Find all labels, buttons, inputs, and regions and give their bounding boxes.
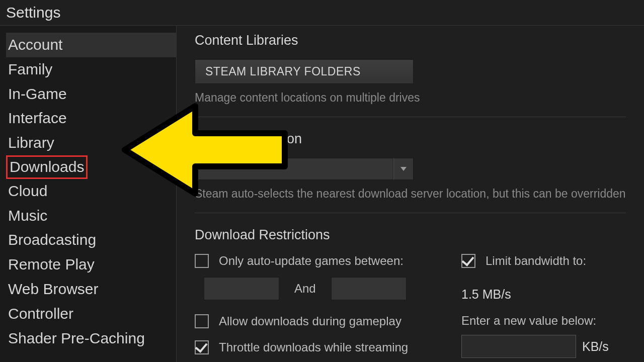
allow-gameplay-checkbox[interactable] — [195, 314, 209, 328]
divider — [195, 213, 626, 213]
bandwidth-value-input[interactable] — [461, 335, 576, 358]
chevron-down-icon[interactable] — [393, 158, 414, 180]
steam-library-folders-button[interactable]: STEAM LIBRARY FOLDERS — [195, 59, 414, 84]
sidebar-item-downloads[interactable]: Downloads — [6, 155, 88, 179]
bandwidth-unit-label: KB/s — [582, 339, 609, 354]
allow-gameplay-label: Allow downloads during gameplay — [219, 314, 401, 328]
sidebar-item-interface[interactable]: Interface — [6, 106, 176, 131]
auto-update-checkbox[interactable] — [195, 254, 209, 268]
sidebar-item-cloud[interactable]: Cloud — [6, 179, 176, 204]
throttle-streaming-label: Throttle downloads while streaming — [219, 340, 408, 354]
limit-bandwidth-label: Limit bandwidth to: — [486, 254, 586, 268]
sidebar-item-controller[interactable]: Controller — [6, 302, 176, 326]
time-from-input[interactable] — [204, 277, 279, 300]
throttle-streaming-checkbox[interactable] — [195, 340, 209, 354]
time-range-row: And — [204, 277, 431, 300]
sidebar-item-music[interactable]: Music — [6, 204, 176, 228]
sidebar-item-account[interactable]: Account — [6, 33, 176, 57]
limit-bandwidth-checkbox[interactable] — [461, 254, 475, 268]
download-restrictions-title: Download Restrictions — [195, 227, 626, 243]
time-to-input[interactable] — [331, 277, 407, 300]
new-value-row: KB/s — [461, 335, 626, 358]
download-restrictions-body: Only auto-update games between: And Allo… — [195, 254, 626, 362]
sidebar-item-library[interactable]: Library — [6, 131, 176, 155]
restrictions-right-column: Limit bandwidth to: 1.5 MB/s Enter a new… — [461, 254, 626, 362]
new-value-hint: Enter a new value below: — [461, 314, 626, 328]
auto-update-label: Only auto-update games between: — [219, 254, 404, 268]
download-region-hint: Steam auto-selects the nearest download … — [195, 187, 626, 201]
sidebar-item-family[interactable]: Family — [6, 57, 176, 82]
content-area: Account Family In-Game Interface Library… — [0, 26, 644, 362]
sidebar-item-remote-play[interactable]: Remote Play — [6, 252, 176, 277]
restrictions-left-column: Only auto-update games between: And Allo… — [195, 254, 431, 362]
sidebar-item-web-browser[interactable]: Web Browser — [6, 277, 176, 302]
sidebar-item-in-game[interactable]: In-Game — [6, 82, 176, 107]
throttle-streaming-row: Throttle downloads while streaming — [195, 340, 431, 354]
download-region-dropdown[interactable] — [195, 158, 414, 180]
allow-gameplay-row: Allow downloads during gameplay — [195, 314, 431, 328]
divider — [195, 117, 626, 117]
content-libraries-hint: Manage content locations on multiple dri… — [195, 91, 626, 105]
download-region-title: Download Region — [195, 131, 626, 147]
main-panel: Content Libraries STEAM LIBRARY FOLDERS … — [176, 26, 644, 362]
limit-bandwidth-row: Limit bandwidth to: — [461, 254, 626, 268]
current-limit-value: 1.5 MB/s — [461, 287, 626, 302]
sidebar: Account Family In-Game Interface Library… — [0, 26, 176, 362]
window-title: Settings — [0, 0, 644, 26]
download-region-value[interactable] — [195, 158, 393, 180]
sidebar-item-shader-pre-caching[interactable]: Shader Pre-Caching — [6, 326, 176, 351]
auto-update-row: Only auto-update games between: — [195, 254, 431, 268]
time-and-label: And — [294, 282, 316, 296]
sidebar-item-broadcasting[interactable]: Broadcasting — [6, 228, 176, 252]
content-libraries-title: Content Libraries — [195, 33, 626, 48]
